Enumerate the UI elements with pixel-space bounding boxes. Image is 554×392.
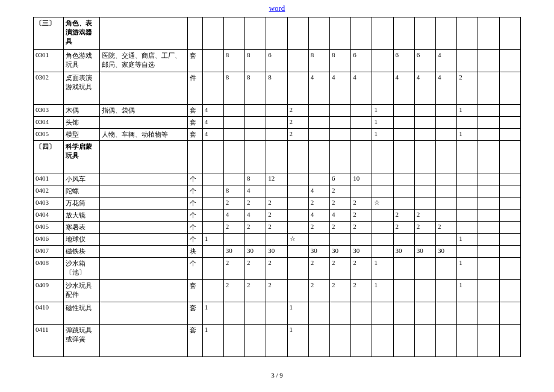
cell <box>436 258 457 280</box>
cell <box>308 105 329 117</box>
cell <box>287 258 308 280</box>
cell <box>372 173 393 185</box>
header-link[interactable]: word <box>269 4 285 13</box>
cell <box>308 325 329 357</box>
cell <box>478 17 499 50</box>
cell <box>499 117 520 129</box>
cell <box>414 117 435 129</box>
cell <box>499 234 520 246</box>
cell <box>414 258 435 280</box>
cell <box>202 17 223 50</box>
cell: 4 <box>329 72 350 105</box>
cell <box>457 117 478 129</box>
cell <box>202 258 223 280</box>
cell: 0302 <box>34 72 64 105</box>
cell: 0403 <box>34 198 64 210</box>
cell <box>287 185 308 198</box>
cell: 0409 <box>34 280 64 302</box>
cell: 2 <box>329 198 350 210</box>
cell: 1 <box>372 258 393 280</box>
cell: 12 <box>266 173 287 185</box>
cell: 8 <box>245 50 266 72</box>
cell: 套 <box>187 117 202 129</box>
cell <box>202 198 223 210</box>
cell <box>245 105 266 117</box>
cell <box>266 325 287 357</box>
cell <box>223 117 244 129</box>
cell <box>202 50 223 72</box>
cell <box>393 173 414 185</box>
cell: 2 <box>329 185 350 198</box>
cell <box>457 222 478 234</box>
cell: 8 <box>245 173 266 185</box>
cell <box>457 302 478 325</box>
cell <box>100 280 187 302</box>
cell <box>457 173 478 185</box>
cell: 个 <box>187 210 202 222</box>
cell: ☆ <box>287 234 308 246</box>
cell <box>329 141 350 173</box>
cell <box>372 72 393 105</box>
cell <box>329 302 350 325</box>
cell: 桌面表演游戏玩具 <box>63 72 99 105</box>
cell <box>245 325 266 357</box>
cell <box>393 302 414 325</box>
cell <box>499 210 520 222</box>
cell: 1 <box>457 280 478 302</box>
cell <box>266 17 287 50</box>
cell: 4 <box>329 210 350 222</box>
cell <box>287 222 308 234</box>
cell: 0406 <box>34 234 64 246</box>
cell <box>308 173 329 185</box>
cell: 套 <box>187 302 202 325</box>
cell <box>393 141 414 173</box>
cell <box>414 105 435 117</box>
cell <box>414 325 435 357</box>
cell: 1 <box>202 302 223 325</box>
cell: 1 <box>457 234 478 246</box>
cell <box>202 72 223 105</box>
cell <box>393 105 414 117</box>
cell <box>372 246 393 258</box>
cell <box>436 210 457 222</box>
cell <box>245 17 266 50</box>
cell <box>308 234 329 246</box>
cell: 模型 <box>63 129 99 141</box>
cell <box>100 246 187 258</box>
cell <box>414 185 435 198</box>
cell <box>100 173 187 185</box>
cell: 2 <box>223 258 244 280</box>
cell: 4 <box>202 105 223 117</box>
cell: 2 <box>266 198 287 210</box>
cell <box>223 105 244 117</box>
cell: 放大镜 <box>63 210 99 222</box>
cell <box>223 302 244 325</box>
cell <box>329 234 350 246</box>
cell: 2 <box>308 222 329 234</box>
cell <box>478 280 499 302</box>
cell <box>436 141 457 173</box>
cell: 套 <box>187 50 202 72</box>
cell: 6 <box>266 50 287 72</box>
cell: 8 <box>245 72 266 105</box>
page-number: 3 / 9 <box>0 372 554 379</box>
cell <box>308 302 329 325</box>
cell <box>499 50 520 72</box>
cell <box>478 246 499 258</box>
cell: 8 <box>329 50 350 72</box>
cell <box>499 129 520 141</box>
cell: 2 <box>351 280 372 302</box>
cell <box>478 105 499 117</box>
cell: 4 <box>308 72 329 105</box>
cell: 沙水箱〔池〕 <box>63 258 99 280</box>
cell: 30 <box>308 246 329 258</box>
cell: 1 <box>457 105 478 117</box>
cell <box>245 129 266 141</box>
cell <box>436 173 457 185</box>
cell: 个 <box>187 222 202 234</box>
cell: 2 <box>245 222 266 234</box>
cell: 块 <box>187 246 202 258</box>
cell: 个 <box>187 258 202 280</box>
cell: 1 <box>372 280 393 302</box>
cell <box>478 141 499 173</box>
